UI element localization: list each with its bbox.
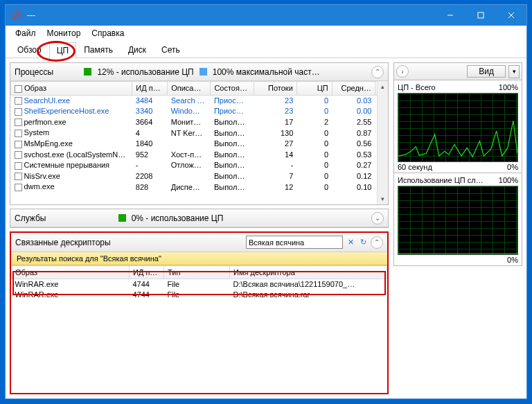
view-dropdown[interactable]: ▾: [508, 65, 520, 78]
checkbox[interactable]: [15, 151, 22, 159]
window-title: ---: [27, 10, 435, 20]
services-stat: 0% - использование ЦП: [132, 213, 224, 223]
col-desc[interactable]: Описа…: [168, 82, 211, 96]
descriptors-header[interactable]: Связанные дескрипторы ✕ ↻ ⌃: [11, 233, 387, 252]
cpu-service-graph: [398, 186, 518, 255]
table-row[interactable]: Системные прерывания-Отлож…Выпол…-00.27: [11, 160, 388, 171]
search-input[interactable]: [246, 236, 343, 249]
menu-monitor[interactable]: Монитор: [42, 27, 87, 39]
col-threads[interactable]: Потоки: [254, 82, 296, 96]
checkbox-all[interactable]: [15, 85, 22, 93]
table-row[interactable]: ShellExperienceHost.exe3340Windo…Приос…2…: [11, 106, 388, 117]
tabbar: Обзор ЦП Память Диск Сеть: [6, 41, 526, 58]
col-cpu[interactable]: ЦП: [296, 82, 332, 96]
col-image[interactable]: Образ: [12, 266, 130, 279]
expand-button[interactable]: ⌄: [371, 212, 384, 225]
maximize-button[interactable]: [466, 5, 496, 26]
cpu-service-title: Использование ЦП сл…: [398, 176, 484, 184]
checkbox[interactable]: [15, 184, 22, 191]
checkbox[interactable]: [15, 97, 22, 105]
cpu-total-pct: 100%: [499, 83, 518, 91]
zero-label: 0%: [507, 256, 518, 264]
cpu-usage-icon: [118, 214, 126, 222]
collapse-button[interactable]: ⌃: [371, 66, 384, 78]
col-status[interactable]: Состоя…: [211, 82, 254, 96]
cpu-usage-icon: [84, 68, 91, 76]
app-window: --- Файл Монитор Справка Обзор ЦП Память…: [5, 4, 527, 399]
tab-disk[interactable]: Диск: [121, 42, 154, 58]
menubar: Файл Монитор Справка: [6, 26, 526, 41]
checkbox[interactable]: [15, 108, 22, 116]
table-row[interactable]: NisSrv.exe2208Выпол…700.12: [11, 170, 388, 182]
sidebar-toggle[interactable]: ›: [396, 65, 409, 78]
cpu-total-title: ЦП - Всего: [398, 83, 436, 91]
checkbox[interactable]: [15, 141, 22, 148]
cpu-freq-icon: [200, 68, 207, 76]
table-row[interactable]: MsMpEng.exe1840Выпол…2700.56: [11, 138, 388, 149]
zero-label: 0%: [507, 163, 518, 171]
menu-help[interactable]: Справка: [86, 27, 130, 39]
sixty-sec-label: 60 секунд: [398, 163, 432, 171]
cpu-usage-text: 12% - использование ЦП: [97, 67, 193, 77]
col-avg[interactable]: Средн…: [332, 82, 375, 96]
tab-cpu[interactable]: ЦП: [49, 42, 77, 58]
services-panel: Службы 0% - использование ЦП ⌄: [10, 209, 389, 228]
checkbox[interactable]: [15, 130, 22, 137]
col-type[interactable]: Тип: [164, 266, 230, 279]
services-title: Службы: [15, 213, 46, 223]
col-name[interactable]: Имя дескриптора: [230, 266, 387, 279]
col-image[interactable]: Образ: [11, 82, 132, 96]
descriptors-panel: Связанные дескрипторы ✕ ↻ ⌃ Результаты п…: [10, 231, 389, 394]
table-row[interactable]: SearchUI.exe3484Search …Приос…2300.03: [11, 95, 388, 106]
refresh-icon[interactable]: ↻: [358, 238, 368, 247]
services-header[interactable]: Службы 0% - использование ЦП ⌄: [10, 209, 388, 227]
cpu-service-block: Использование ЦП сл… 100% 0%: [393, 173, 522, 266]
processes-header[interactable]: Процессы 12% - использование ЦП 100% мак…: [10, 63, 388, 81]
col-pid[interactable]: ИД п…: [132, 82, 168, 96]
processes-panel: Процессы 12% - использование ЦП 100% мак…: [10, 62, 389, 205]
checkbox[interactable]: [15, 162, 22, 170]
descriptors-table: Образ ИД п… Тип Имя дескриптора WinRAR.e…: [11, 265, 387, 300]
col-pid[interactable]: ИД п…: [130, 266, 164, 279]
descriptors-title: Связанные дескрипторы: [15, 238, 111, 247]
table-row[interactable]: System4NT Ker…Выпол…13000.87: [11, 128, 388, 139]
cpu-total-block: ЦП - Всего 100% 60 секунд 0%: [393, 80, 522, 173]
checkbox[interactable]: [15, 173, 22, 180]
processes-title: Процессы: [15, 67, 53, 77]
table-row[interactable]: WinRAR.exe4744FileD:\Всякая всячина\1221…: [12, 279, 387, 290]
tab-overview[interactable]: Обзор: [10, 42, 49, 58]
app-icon: [12, 10, 21, 20]
cpu-service-pct: 100%: [499, 176, 518, 184]
svg-rect-1: [478, 12, 484, 18]
clear-search-icon[interactable]: ✕: [346, 238, 355, 247]
tab-memory[interactable]: Память: [76, 42, 121, 58]
table-row[interactable]: WinRAR.exe4744FileD:\Всякая всячина.rar: [12, 290, 387, 300]
close-button[interactable]: [496, 5, 526, 26]
processes-table: Образ ИД п… Описа… Состоя… Потоки ЦП Сре…: [10, 81, 388, 193]
checkbox[interactable]: [15, 118, 22, 126]
cpu-total-graph: [398, 93, 518, 162]
right-sidebar: › Вид ▾ ЦП - Всего 100% 60 секунд 0%: [393, 62, 522, 394]
minimize-button[interactable]: [435, 5, 466, 26]
cpu-freq-text: 100% максимальной част…: [213, 67, 320, 77]
menu-file[interactable]: Файл: [10, 27, 42, 39]
collapse-button[interactable]: ⌃: [371, 236, 383, 249]
view-button[interactable]: Вид: [467, 65, 506, 78]
titlebar[interactable]: ---: [6, 5, 526, 26]
scrollbar[interactable]: ▴▾: [377, 81, 388, 204]
table-row[interactable]: perfmon.exe3664Монит…Выпол…1722.55: [11, 116, 388, 128]
right-header: › Вид ▾: [393, 62, 522, 80]
table-row[interactable]: dwm.exe828Диспе…Выпол…1200.10: [11, 182, 388, 193]
search-results-label: Результаты поиска для "Всякая всячина": [11, 252, 387, 265]
table-row[interactable]: svchost.exe (LocalSystemNet…952Хост-п…Вы…: [11, 149, 388, 160]
tab-network[interactable]: Сеть: [154, 42, 188, 58]
